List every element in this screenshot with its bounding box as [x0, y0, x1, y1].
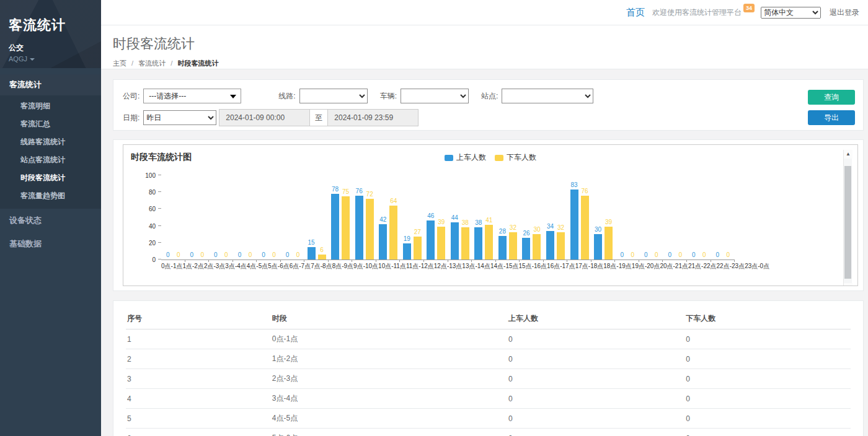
language-select[interactable]: 简体中文	[761, 7, 821, 19]
legend-label: 上车人数	[456, 152, 486, 163]
table-cell: 0	[684, 429, 851, 436]
company-label: 公司:	[123, 91, 140, 102]
chart-category-slot: 00	[161, 176, 185, 259]
sidebar-subitem-客流量趋势图[interactable]: 客流量趋势图	[0, 187, 101, 205]
legend-item-上车人数[interactable]: 上车人数	[445, 152, 486, 163]
bar-上车人数: 83	[570, 175, 578, 259]
bar-上车人数: 78	[331, 175, 339, 259]
bar-value-label: 0	[214, 251, 218, 259]
export-button[interactable]: 导出	[808, 110, 855, 125]
col-header-boarding: 上车人数	[507, 308, 684, 329]
welcome-text: 欢迎使用客流统计管理平台	[652, 7, 742, 18]
table-cell: 0	[684, 349, 851, 369]
table-row: 65点-6点00	[126, 429, 851, 436]
bar-value-label: 76	[356, 188, 363, 195]
x-axis-tick	[591, 259, 591, 262]
bar-value-label: 0	[296, 251, 300, 259]
bar-上车人数: 15	[308, 175, 316, 259]
bar-上车人数: 0	[164, 175, 172, 259]
bar	[379, 224, 387, 259]
sidebar-subitem-时段客流统计[interactable]: 时段客流统计	[0, 169, 101, 187]
breadcrumb-home[interactable]: 主页	[113, 59, 126, 67]
bar-下车人数: 0	[198, 175, 206, 259]
bar-下车人数: 0	[246, 175, 254, 259]
x-axis-tick	[471, 259, 472, 262]
chart-category-slot: 7875	[329, 176, 353, 259]
query-button[interactable]: 查询	[808, 90, 855, 105]
company-select[interactable]: ---请选择---	[143, 89, 241, 103]
bar	[546, 231, 554, 259]
sidebar-item-客流统计[interactable]: 客流统计	[0, 74, 101, 95]
bar-上车人数: 30	[594, 175, 602, 259]
bar-下车人数: 0	[222, 175, 230, 259]
breadcrumb-section[interactable]: 客流统计	[138, 59, 166, 67]
sidebar-item-基础数据[interactable]: 基础数据	[0, 232, 101, 256]
company-select-value: ---请选择---	[149, 92, 186, 100]
bar-下车人数: 72	[366, 175, 374, 259]
legend-item-下车人数[interactable]: 下车人数	[495, 152, 536, 163]
org-code-label: AQGJ	[9, 55, 27, 63]
logout-link[interactable]: 退出登录	[830, 7, 859, 18]
x-axis-tick	[711, 259, 711, 262]
line-select[interactable]	[299, 89, 368, 103]
table-row: 43点-4点00	[126, 389, 851, 409]
date-from-input[interactable]: 2024-01-09 00:00	[219, 109, 310, 126]
y-axis-label: 20	[131, 240, 156, 246]
bar-上车人数: 42	[379, 175, 387, 259]
breadcrumb-separator: /	[131, 59, 133, 67]
x-axis-label: 9点-10点	[353, 262, 378, 271]
sidebar-subitem-客流汇总[interactable]: 客流汇总	[0, 115, 101, 133]
sidebar-item-设备状态[interactable]: 设备状态	[0, 209, 101, 232]
x-axis-label: 16点-17点	[547, 262, 575, 271]
x-axis-tick	[423, 259, 424, 262]
x-axis-label: 8点-9点	[332, 262, 353, 271]
bar	[414, 237, 422, 259]
vehicle-select[interactable]	[401, 89, 469, 103]
chart-scroll-box: 时段车流统计图 上车人数下车人数 00000000000015678757672…	[123, 144, 858, 286]
x-axis-label: 0点-1点	[161, 262, 182, 271]
bar-value-label: 83	[571, 181, 578, 189]
chart-scrollbar[interactable]: ▲ ▼	[843, 150, 852, 286]
bar-下车人数: 39	[604, 175, 613, 259]
x-axis-tick	[208, 259, 209, 262]
chart-category-slot: 2832	[496, 176, 520, 259]
date-preset-select[interactable]: 昨日	[143, 110, 216, 125]
bar-上车人数: 0	[236, 175, 244, 259]
org-code-dropdown[interactable]: AQGJ	[9, 55, 92, 63]
bar-value-label: 0	[727, 251, 730, 259]
y-axis-label: 40	[131, 223, 156, 230]
scroll-up-icon[interactable]: ▲	[844, 150, 852, 159]
x-axis-tick	[399, 259, 400, 262]
chart-category-slot: 3432	[544, 176, 568, 259]
sidebar-nav: 客流统计客流明细客流汇总线路客流统计站点客流统计时段客流统计客流量趋势图设备状态…	[0, 74, 101, 256]
brand-area: 客流统计 公交 AQGJ	[0, 0, 101, 68]
table-cell: 0	[684, 329, 851, 349]
scroll-down-icon[interactable]: ▼	[844, 283, 852, 286]
bar	[318, 255, 326, 259]
sidebar: 客流统计 公交 AQGJ 客流统计客流明细客流汇总线路客流统计站点客流统计时段客…	[0, 0, 101, 436]
bar-value-label: 0	[262, 251, 265, 259]
y-axis-label: 100	[131, 172, 156, 179]
table-cell: 5	[126, 409, 271, 429]
x-axis-tick	[662, 259, 663, 262]
date-to-input[interactable]: 2024-01-09 23:59	[327, 109, 418, 126]
sidebar-subitem-站点客流统计[interactable]: 站点客流统计	[0, 151, 101, 169]
bar-下车人数: 76	[581, 175, 589, 259]
x-axis-label: 14点-15点	[490, 262, 519, 271]
bar-上车人数: 0	[714, 175, 722, 259]
x-axis-label: 18点-19点	[603, 262, 632, 271]
table-cell: 0	[507, 349, 684, 369]
table-cell: 0	[684, 369, 851, 389]
table-cell: 0	[507, 389, 684, 409]
scrollbar-thumb[interactable]	[844, 166, 851, 279]
table-cell: 4	[126, 389, 271, 409]
sidebar-subitem-线路客流统计[interactable]: 线路客流统计	[0, 133, 101, 151]
bar-value-label: 42	[379, 216, 386, 224]
chart-category-slot: 00	[185, 176, 210, 259]
y-axis-tick	[158, 175, 161, 175]
sidebar-subitem-客流明细[interactable]: 客流明细	[0, 97, 101, 115]
col-header-period: 时段	[271, 308, 507, 329]
home-link[interactable]: 首页	[626, 7, 645, 19]
station-select[interactable]	[502, 89, 593, 103]
bar-value-label: 72	[366, 191, 373, 198]
